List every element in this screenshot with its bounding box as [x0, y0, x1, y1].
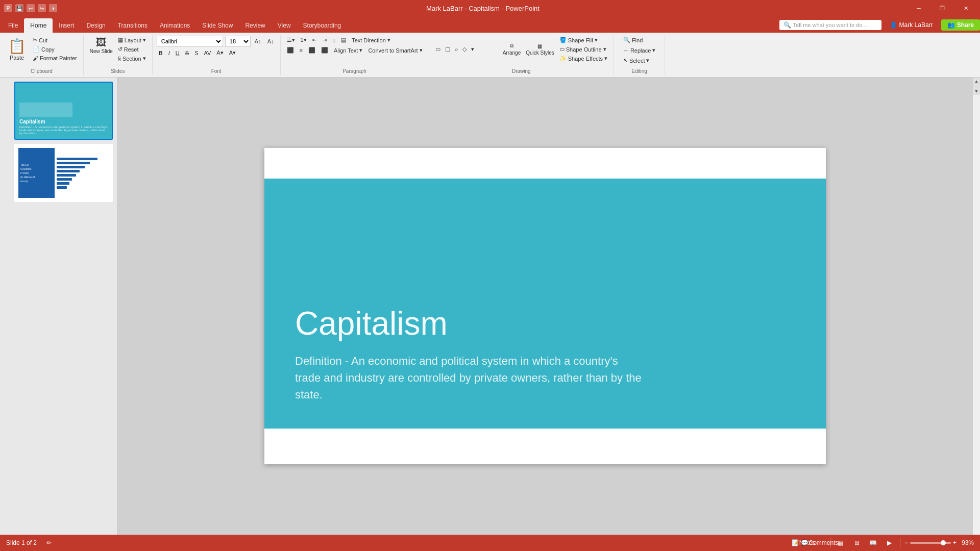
edit-slide-button[interactable]: ✏	[43, 537, 55, 549]
decrease-font-button[interactable]: A↓	[265, 37, 276, 45]
bullet-list-button[interactable]: ☰▾	[285, 36, 297, 44]
slide-canvas[interactable]: Capitalism Definition - An economic and …	[264, 148, 826, 464]
tab-home[interactable]: Home	[24, 18, 53, 33]
line-spacing-button[interactable]: ↕	[331, 36, 338, 44]
new-slide-button[interactable]: 🖼 New Slide	[88, 36, 115, 56]
slide-bottom-white	[264, 429, 826, 464]
right-scrollbar[interactable]: ▲ ▼	[973, 78, 980, 95]
share-button[interactable]: 👥 Share	[941, 19, 980, 31]
zoom-out-icon[interactable]: −	[904, 539, 908, 546]
cut-button[interactable]: ✂ Cut	[31, 36, 79, 44]
section-icon: §	[118, 56, 121, 62]
user-button[interactable]: 👤 Mark LaBarr	[886, 19, 937, 31]
align-right-button[interactable]: ⬛	[306, 46, 317, 55]
zoom-in-icon[interactable]: +	[953, 539, 957, 546]
align-left-button[interactable]: ⬛	[285, 46, 296, 55]
select-button[interactable]: ↖ Select ▾	[621, 56, 652, 65]
close-button[interactable]: ✕	[955, 0, 976, 16]
align-center-button[interactable]: ≡	[298, 46, 305, 55]
slide-body[interactable]: Definition - An economic and political s…	[295, 353, 642, 403]
title-bar-left: P 💾 ↩ ↪ ▾	[4, 4, 57, 12]
zoom-slider[interactable]	[910, 542, 951, 544]
thumb1-blue-box	[19, 103, 72, 117]
shape-outline-button[interactable]: ▭ Shape Outline ▾	[557, 45, 609, 54]
number-list-button[interactable]: 1▾	[299, 36, 309, 44]
scroll-down-arrow[interactable]: ▼	[974, 88, 979, 94]
redo-icon[interactable]: ↪	[38, 4, 46, 12]
slideshow-button[interactable]: ▶	[884, 537, 896, 549]
highlight-button[interactable]: A▾	[227, 48, 238, 57]
drawing-label: Drawing	[429, 68, 614, 74]
align-text-label: Align Text	[334, 47, 358, 54]
tab-slideshow[interactable]: Slide Show	[196, 18, 239, 33]
font-size-select[interactable]: 18	[225, 36, 251, 47]
layout-icon: ▦	[118, 37, 123, 43]
section-button[interactable]: § Section ▾	[116, 54, 148, 63]
font-color-button[interactable]: A▾	[214, 48, 225, 57]
cut-label: Cut	[39, 37, 47, 43]
reading-view-button[interactable]: 📖	[867, 537, 879, 549]
justify-button[interactable]: ⬛	[319, 46, 330, 55]
canvas-area[interactable]: Capitalism Definition - An economic and …	[117, 78, 973, 535]
arrange-button[interactable]: ⧉ Arrange	[501, 41, 523, 57]
increase-font-button[interactable]: A↑	[253, 37, 263, 45]
slide-1-thumbnail[interactable]: Capitalism Definition - An economic and …	[14, 82, 113, 140]
bold-button[interactable]: B	[157, 49, 165, 57]
bar-5	[57, 174, 109, 177]
font-family-select[interactable]: Calibri	[157, 36, 223, 47]
quick-styles-button[interactable]: ▦ Quick Styles	[524, 42, 556, 57]
tab-file[interactable]: File	[2, 18, 24, 33]
char-spacing-button[interactable]: AV	[202, 49, 213, 57]
slide-2-thumbnail[interactable]: Top EU Countries in Debt (in billions of…	[14, 144, 113, 202]
paragraph-label: Paragraph	[281, 68, 429, 74]
shape-fill-button[interactable]: 🪣 Shape Fill ▾	[557, 36, 609, 44]
normal-view-button[interactable]: ▦	[835, 537, 847, 549]
tab-design[interactable]: Design	[80, 18, 111, 33]
underline-button[interactable]: U	[174, 49, 182, 57]
slide-main-area[interactable]: Capitalism Definition - An economic and …	[264, 179, 826, 429]
tab-view[interactable]: View	[272, 18, 297, 33]
select-icon: ↖	[623, 57, 628, 64]
decrease-indent-button[interactable]: ⇤	[310, 36, 319, 44]
clipboard-label: Clipboard	[0, 68, 83, 74]
italic-button[interactable]: I	[166, 49, 172, 57]
comments-icon: 💬	[801, 539, 808, 546]
slide-title[interactable]: Capitalism	[295, 305, 795, 342]
find-button[interactable]: 🔍 Find	[621, 36, 645, 44]
format-painter-button[interactable]: 🖌 Format Painter	[31, 54, 79, 62]
paste-button[interactable]: 📋 Paste	[4, 36, 30, 63]
undo-icon[interactable]: ↩	[27, 4, 35, 12]
save-icon[interactable]: 💾	[15, 4, 23, 12]
minimize-button[interactable]: ─	[909, 0, 929, 16]
align-text-button[interactable]: Align Text ▾	[332, 46, 365, 55]
comments-button[interactable]: 💬 Comments	[814, 537, 826, 549]
replace-button[interactable]: ↔ Replace ▾	[621, 46, 657, 55]
tab-transitions[interactable]: Transitions	[112, 18, 154, 33]
reset-icon: ↺	[118, 46, 122, 53]
shape-diamond[interactable]: ◇	[460, 45, 469, 54]
shadow-button[interactable]: S	[192, 49, 200, 57]
shape-more[interactable]: ▾	[469, 45, 476, 54]
copy-button[interactable]: 📄 Copy	[31, 45, 79, 54]
slide-sorter-button[interactable]: ⊞	[851, 537, 863, 549]
font-label: Font	[153, 68, 280, 74]
tab-review[interactable]: Review	[239, 18, 271, 33]
restore-button[interactable]: ❐	[932, 0, 952, 16]
shape-rect[interactable]: ▭	[433, 45, 443, 54]
reset-button[interactable]: ↺ Reset	[116, 45, 148, 54]
text-direction-button[interactable]: Text Direction ▾	[350, 36, 393, 44]
tab-insert[interactable]: Insert	[53, 18, 80, 33]
shape-effects-button[interactable]: ✨ Shape Effects ▾	[557, 54, 609, 63]
layout-button[interactable]: ▦ Layout ▾	[116, 36, 148, 44]
tab-animations[interactable]: Animations	[154, 18, 196, 33]
shape-rounded[interactable]: ▢	[443, 45, 452, 54]
strikethrough-button[interactable]: S	[183, 49, 191, 57]
customize-icon[interactable]: ▾	[49, 4, 57, 12]
shape-circle[interactable]: ○	[453, 45, 460, 54]
increase-indent-button[interactable]: ⇥	[321, 36, 329, 44]
scroll-up-arrow[interactable]: ▲	[974, 79, 979, 84]
tab-storyboarding[interactable]: Storyboarding	[297, 18, 348, 33]
columns-button[interactable]: ▤	[339, 36, 348, 44]
search-box[interactable]: 🔍 Tell me what you want to do...	[779, 20, 881, 30]
convert-smartart-button[interactable]: Convert to SmartArt ▾	[366, 46, 424, 55]
